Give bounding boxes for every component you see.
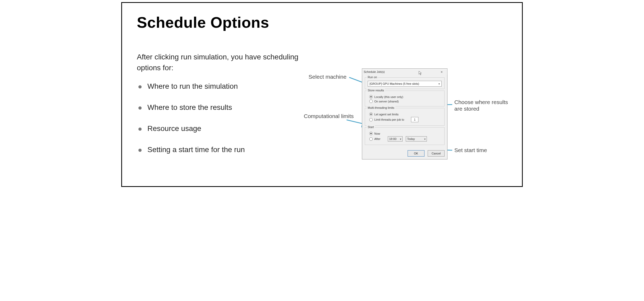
slide-frame: Schedule Options After clicking run simu… (121, 2, 523, 187)
bullet-item: Where to store the results (137, 103, 306, 112)
close-button[interactable]: × (438, 70, 446, 74)
radio-icon (369, 100, 373, 103)
cancel-button[interactable]: Cancel (428, 150, 445, 157)
radio-on-server[interactable]: On server (shared) (369, 100, 442, 103)
radio-label: Locally (this user only) (374, 95, 403, 98)
radio-limit-threads[interactable]: Limit threads-per-job to 1 (369, 117, 442, 122)
radio-now[interactable]: Now (369, 132, 442, 135)
radio-icon (369, 132, 373, 135)
chevron-down-icon: ▾ (424, 138, 426, 140)
start-day-value: Today (407, 137, 415, 140)
radio-locally[interactable]: Locally (this user only) (369, 95, 442, 98)
radio-label: On server (shared) (374, 100, 399, 103)
bullet-list: Where to run the simulation Where to sto… (137, 82, 306, 167)
radio-label: Let agent set limits (374, 113, 399, 116)
radio-icon (369, 95, 373, 98)
start-time-select[interactable]: 18:00 ▾ (388, 136, 403, 142)
bullet-item: Resource usage (137, 124, 306, 133)
start-time-value: 18:00 (389, 137, 396, 140)
slide-title: Schedule Options (137, 13, 269, 31)
callout-comp-limits: Computational limits (304, 113, 354, 119)
group-legend: Store results (367, 89, 385, 92)
dialog-title: Schedule Job(s) (364, 70, 385, 73)
callout-start-time: Set start time (454, 147, 487, 153)
run-on-value: [GROUP] GPU Machines (5 free slots) (370, 82, 419, 85)
group-legend: Start (367, 125, 375, 129)
bullet-item: Setting a start time for the run (137, 145, 306, 154)
group-start: Start Now After 18:00 ▾ Today (365, 127, 445, 145)
bullet-item: Where to run the simulation (137, 82, 306, 91)
callout-results-stored: Choose where results are stored (454, 99, 510, 112)
intro-text: After clicking run simulation, you have … (137, 52, 311, 73)
group-legend: Run on (367, 76, 378, 79)
radio-label: Now (374, 132, 380, 135)
run-on-select[interactable]: [GROUP] GPU Machines (5 free slots) ▾ (368, 81, 442, 87)
radio-icon (369, 112, 373, 116)
chevron-down-icon: ▾ (438, 82, 440, 85)
group-run-on: Run on [GROUP] GPU Machines (5 free slot… (365, 77, 445, 89)
ok-button[interactable]: OK (408, 150, 424, 157)
group-store-results: Store results Locally (this user only) O… (365, 91, 445, 106)
radio-icon (369, 118, 373, 121)
radio-label: After (374, 137, 380, 140)
group-multithread: Multi-threading limits Let agent set lim… (365, 108, 445, 126)
radio-label: Limit threads-per-job to (374, 118, 404, 121)
radio-icon (369, 137, 373, 141)
dialog-titlebar[interactable]: Schedule Job(s) × (362, 69, 447, 75)
start-day-select[interactable]: Today ▾ (406, 136, 427, 142)
radio-after[interactable]: After 18:00 ▾ Today ▾ (369, 136, 442, 142)
threads-input[interactable]: 1 (411, 117, 418, 122)
group-legend: Multi-threading limits (367, 106, 395, 109)
schedule-jobs-dialog: Schedule Job(s) × Run on [GROUP] GPU Mac… (362, 68, 447, 159)
cursor-icon (419, 71, 422, 76)
chevron-down-icon: ▾ (400, 138, 401, 140)
radio-agent-limits[interactable]: Let agent set limits (369, 112, 442, 116)
callout-select-machine: Select machine (309, 74, 347, 80)
